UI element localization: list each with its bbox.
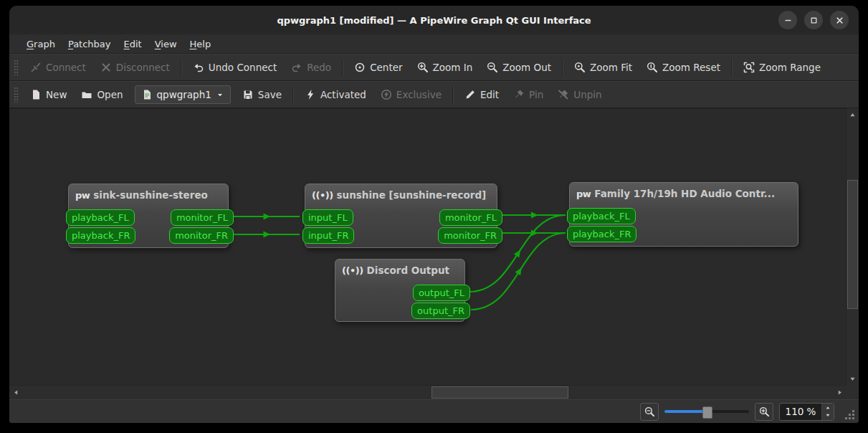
toolbar-drag-handle[interactable] (14, 60, 19, 75)
exclusive-icon (381, 89, 392, 100)
zoom-reset-icon (647, 62, 658, 73)
menu-patchbay[interactable]: Patchbay (62, 37, 117, 52)
window-title: qpwgraph1 [modified] — A PipeWire Graph … (277, 15, 591, 26)
new-file-icon (30, 89, 42, 100)
port-monitor-fl[interactable]: monitor_FL (439, 209, 502, 226)
port-output-fr[interactable]: output_FR (411, 303, 470, 319)
zoom-slider-handle[interactable] (702, 406, 712, 419)
zoom-out-button[interactable] (640, 403, 659, 421)
node-header[interactable]: ((•))sunshine [sunshine-record] (305, 184, 497, 201)
toolbar-separator (342, 59, 343, 76)
wire-arrow-icon (264, 232, 271, 238)
port-monitor-fr[interactable]: monitor_FR (169, 227, 234, 244)
menu-graph[interactable]: Graph (21, 37, 61, 52)
port-playback-fr[interactable]: playback_FR (567, 226, 636, 242)
zoom-in-button[interactable]: Zoom In (410, 57, 480, 77)
toolbar-separator (452, 86, 454, 103)
button-label: Save (258, 89, 282, 100)
port-output-fl[interactable]: output_FL (413, 285, 470, 301)
minimize-button[interactable] (778, 11, 797, 29)
horizontal-scroll-thumb[interactable] (431, 386, 568, 399)
node-header[interactable]: pwFamily 17h/19h HD Audio Contr... (570, 183, 798, 199)
graph-canvas[interactable]: pwsink-sunshine-stereoplayback_FLplaybac… (9, 108, 846, 385)
zoom-in-button[interactable] (755, 403, 773, 421)
open-button[interactable]: Open (74, 85, 130, 105)
zoom-value[interactable]: 110 % (780, 406, 821, 417)
scroll-down-icon[interactable] (846, 373, 859, 384)
port-playback-fl[interactable]: playback_FL (66, 209, 135, 226)
scroll-left-icon[interactable] (10, 386, 22, 399)
zoom-spinbox[interactable]: 110 % (779, 403, 834, 421)
port-input-fl[interactable]: input_FL (302, 209, 353, 226)
center-button[interactable]: Center (347, 57, 409, 77)
zoom-slider[interactable] (664, 404, 749, 419)
wire-arrow-icon (531, 212, 538, 219)
pipewire-icon: pw (576, 189, 591, 199)
save-icon (242, 89, 254, 100)
button-label: Activated (320, 89, 366, 100)
toolbar-drag-handle[interactable] (14, 87, 19, 103)
scroll-up-icon[interactable] (846, 109, 859, 120)
minimize-icon (783, 15, 793, 26)
titlebar[interactable]: qpwgraph1 [modified] — A PipeWire Graph … (9, 6, 859, 34)
zoom-out-button[interactable]: Zoom Out (480, 57, 558, 77)
node-sink-sunshine-stereo[interactable]: pwsink-sunshine-stereoplayback_FLplaybac… (68, 184, 229, 248)
scroll-right-icon[interactable] (834, 386, 845, 399)
node-discord-output[interactable]: ((•))Discord Outputoutput_FLoutput_FR (335, 259, 465, 322)
scroll-up-icon (849, 111, 857, 119)
center-icon (354, 62, 366, 73)
wire-arrow-icon (515, 266, 525, 275)
menubar: GraphPatchbayEditViewHelp (9, 34, 859, 54)
maximize-button[interactable] (804, 11, 823, 29)
spin-up-icon (824, 404, 831, 411)
node-title: Family 17h/19h HD Audio Contr... (594, 188, 775, 199)
zoom-spin-buttons (821, 404, 834, 420)
save-button[interactable]: Save (235, 85, 289, 105)
unpin-button: Unpin (550, 85, 609, 105)
zoom-out-icon (487, 62, 498, 73)
node-header[interactable]: pwsink-sunshine-stereo (69, 184, 228, 201)
pin-icon (513, 89, 525, 100)
patchbay-select[interactable]: qpwgraph1 (135, 85, 231, 104)
port-playback-fr[interactable]: playback_FR (66, 227, 135, 244)
app-window: qpwgraph1 [modified] — A PipeWire Graph … (9, 6, 859, 423)
menu-view[interactable]: View (149, 37, 183, 52)
wire-arrow-icon (514, 248, 523, 257)
undo-icon (193, 62, 204, 73)
redo-button: Redo (284, 57, 338, 77)
menu-edit[interactable]: Edit (118, 37, 148, 52)
node-sunshine-sunshine-record[interactable]: ((•))sunshine [sunshine-record]input_FLi… (305, 184, 497, 248)
node-title: sink-sunshine-stereo (93, 189, 208, 201)
activated-button[interactable]: Activated (297, 85, 373, 105)
zoom-reset-button[interactable]: Zoom Reset (639, 57, 728, 77)
vertical-scrollbar[interactable] (846, 108, 859, 385)
button-label: Pin (529, 89, 543, 100)
horizontal-scrollbar[interactable] (9, 385, 846, 399)
scroll-left-icon (12, 389, 20, 396)
node-family-17h-19h-hd-audio-contr[interactable]: pwFamily 17h/19h HD Audio Contr...playba… (569, 182, 798, 247)
wire-arrow-icon (531, 230, 538, 237)
undo-connect-button[interactable]: Undo Connect (186, 57, 284, 77)
zoom-range-button[interactable]: Zoom Range (736, 57, 828, 77)
vertical-scroll-thumb[interactable] (847, 180, 858, 309)
spin-up-icon[interactable] (822, 404, 834, 411)
spin-down-icon[interactable] (822, 411, 834, 419)
menu-help[interactable]: Help (184, 37, 217, 52)
edit-icon (464, 89, 476, 100)
new-button[interactable]: New (23, 85, 74, 105)
button-label: Zoom Fit (590, 62, 632, 73)
port-input-fr[interactable]: input_FR (302, 227, 354, 244)
port-monitor-fr[interactable]: monitor_FR (438, 227, 502, 244)
node-header[interactable]: ((•))Discord Output (335, 260, 464, 276)
port-monitor-fl[interactable]: monitor_FL (171, 209, 234, 226)
zoom-fit-button[interactable]: Zoom Fit (567, 57, 639, 77)
edit-button[interactable]: Edit (457, 85, 506, 105)
spin-down-icon (824, 411, 831, 419)
port-playback-fl[interactable]: playback_FL (567, 208, 636, 224)
unpin-icon (558, 89, 569, 100)
resize-grip[interactable] (845, 410, 855, 420)
scroll-down-icon (849, 375, 857, 383)
close-button[interactable] (830, 11, 849, 29)
zoom-fit-icon (574, 62, 586, 73)
toolbar-separator (731, 59, 733, 76)
